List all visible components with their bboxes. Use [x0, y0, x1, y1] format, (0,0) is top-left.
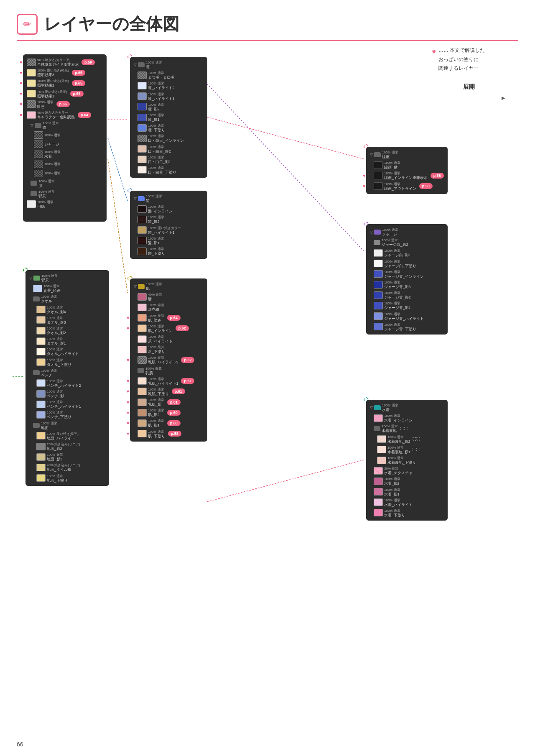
hair-panel-container: ▽ 100% 通常 髪 100% 通常 髪_インライン 100% 通常 髪_影2: [127, 188, 132, 193]
layer-label: 瞳: [146, 65, 162, 69]
layer-pct: 100% 覆い焼きカラー: [148, 226, 181, 230]
layer-thumb: [374, 414, 383, 422]
layer-thumb: [27, 79, 36, 87]
folder-row: 100% 通常 タオル: [28, 294, 107, 304]
layer-thumb: [377, 446, 386, 453]
page-badge: p.61: [181, 378, 194, 384]
folder-icon: [33, 276, 40, 281]
layer-thumb: [27, 69, 36, 77]
layer-pct: 100% 通常: [47, 316, 66, 320]
layer-thumb: [374, 323, 383, 330]
layer-row: 40% 乗算 唇: [132, 291, 205, 302]
layer-label: 背景_絵画: [43, 289, 61, 293]
layer-pct: 100% 通常: [148, 377, 178, 381]
layer-pct: 100% 通常: [148, 387, 169, 392]
bg-layers: ▽ 100% 通常 背景 100% 通常 背景_絵画 100% 通常: [25, 270, 109, 486]
layer-label: 髪_インライン: [148, 209, 173, 213]
heart-icon: ♥: [127, 315, 130, 320]
layer-row: 100% 通常 瞳_影1: [132, 112, 205, 123]
heart-icon: ♥: [127, 358, 130, 363]
layer-thumb: [138, 304, 147, 311]
layer-label: 背景: [38, 194, 55, 198]
layer-pct: 100% 通常: [387, 435, 410, 439]
layer-label: 線画_鱗: [384, 165, 400, 169]
layer-thumb: [138, 346, 147, 353]
layer-pct: 100% 通常: [47, 347, 79, 352]
layer-row: ♥ 100% 通常 吐息 p.65: [25, 99, 104, 110]
layer-row: 100% 通常 ベンチ_影: [28, 388, 107, 399]
layer-label: ジャージ青_影1: [384, 306, 410, 310]
layer-row: 100% 通常 水着_影2: [369, 476, 445, 486]
layer-thumb: [34, 161, 43, 168]
layer-label: 地面_影2: [47, 447, 80, 451]
layer-label: ジャージ白_下塗り: [384, 264, 416, 268]
layer-label: 地面_タイル線: [47, 467, 80, 472]
layer-thumb: [138, 248, 147, 255]
folder-icon: [374, 230, 381, 235]
layer-row: 100% 通常 水着裏地_影1 ⛶⛶: [369, 444, 445, 455]
layer-label: 用紙: [37, 204, 54, 209]
layer-pct: 100% 通常: [47, 326, 66, 331]
layer-thumb: [138, 166, 147, 174]
layer-pct: 100% 乗算: [148, 314, 164, 318]
layer-row: ♥ 40% 焼き込みカラー キャラクター色味調整 p.64: [25, 110, 104, 120]
layer-pct: 100% 通常: [38, 189, 55, 194]
layer-label: 水着_テクスチャ: [384, 471, 413, 475]
layer-thumb: [27, 100, 36, 108]
layer-row: 100% 通常 髪_影1: [132, 235, 205, 246]
outline-layers: ▽ 100% 通常 線画 100% 通常 線画_鱗 ♥ 100% 通常: [366, 147, 448, 194]
layer-pct: 100% 通常: [41, 273, 58, 278]
layer-pct: 100% 通常: [47, 305, 66, 310]
layer-pct: 100% 通常: [38, 179, 55, 184]
layer-row: 100% 通常 ジャージ青_影3: [369, 279, 445, 290]
layer-row: 100% 通常 水着_ハイライト: [369, 497, 445, 508]
heart-icon: ♥: [127, 421, 130, 426]
layer-thumb: [374, 281, 383, 289]
layer-pct: 100% 通常: [387, 456, 416, 460]
legend-line3: 関連するレイヤー: [438, 64, 485, 73]
layer-pct: 100% 通常: [382, 424, 398, 429]
layer-thumb: [27, 200, 36, 208]
layer-label: 水着: [44, 154, 61, 158]
layer-label: 水着_ハイライト: [384, 503, 413, 507]
layer-row: 100% 通常 ジャージ青_インライン: [369, 269, 445, 279]
layer-thumb: [138, 409, 147, 416]
page-badge: p.64: [78, 112, 91, 118]
layer-pct: 100% 通常: [37, 200, 54, 204]
folder-icon: [35, 123, 41, 128]
layer-label: 吐息: [37, 105, 54, 109]
layer-label: 乳肌: [145, 371, 162, 375]
layer-row: 30% 乗算 水着_テクスチャ: [369, 465, 445, 476]
layer-row: 100% 通常 水着_インライン: [369, 413, 445, 423]
heart-icon: ♥: [127, 431, 130, 436]
layer-row: ♥ 100% 通常 肌_下塗り p.58: [132, 429, 205, 439]
layer-thumb: [374, 302, 383, 309]
layer-thumb: [36, 401, 46, 408]
page-badge: p.64: [167, 315, 181, 321]
layer-label: 照明効果1: [37, 94, 67, 98]
layer-pct: 100% 通常: [148, 155, 171, 160]
folder-row: 100% 通常 地面: [28, 420, 107, 431]
layer-pct: 100% 通常: [47, 389, 64, 394]
layer-label: 唇: [148, 297, 162, 301]
layer-label: 髪_ハイライト1: [148, 230, 181, 235]
layer-pct: 100% 通常: [384, 414, 413, 418]
layer-label: 髪: [146, 199, 162, 203]
layer-label: 地面_影1: [47, 457, 63, 461]
layer-thumb: [36, 411, 46, 419]
page-badge: p.62: [181, 357, 194, 363]
layer-pct: 100% 通常: [148, 419, 164, 423]
layer-row: 100% 通常 肌: [25, 178, 104, 189]
layer-pct: 100% 通常: [148, 92, 174, 97]
eye-panel-container: ▽ 100% 通常 瞳 100% 通常 まつ毛・まゆ毛 100% 通常 瞳_ハイ: [127, 54, 132, 59]
layer-pct: 100% 通常: [148, 102, 164, 107]
layer-pct: 100% 通常: [148, 236, 164, 241]
expand-arrow: ─────────────────▶: [432, 94, 506, 102]
layer-thumb: [34, 151, 43, 158]
layer-thumb: [138, 92, 147, 100]
layer-label: 水着裏地: [382, 429, 398, 433]
layer-thumb: [33, 285, 42, 292]
layer-row: 100% 通常 ジャージ青_下塗り: [369, 322, 445, 332]
layer-pct: 100% 通常: [387, 445, 410, 450]
legend-heart: ♥ …… 本文で解説した おっぱいの塗りに 関連するレイヤー: [432, 46, 506, 73]
